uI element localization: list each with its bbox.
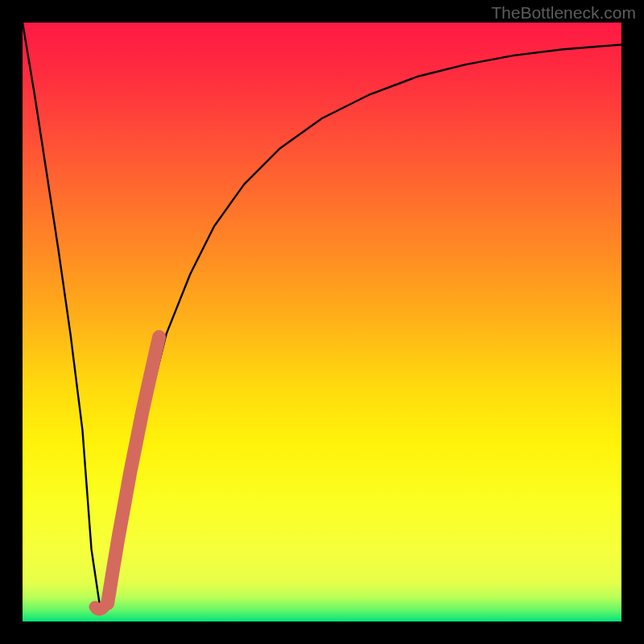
- highlight-dot: [95, 607, 104, 610]
- highlight-segment: [108, 337, 159, 604]
- watermark-text: TheBottleneck.com: [491, 3, 636, 23]
- chart-frame: TheBottleneck.com: [0, 0, 644, 644]
- bottleneck-curve: [23, 23, 621, 609]
- plot-area: [23, 23, 621, 621]
- curve-svg: [23, 23, 621, 621]
